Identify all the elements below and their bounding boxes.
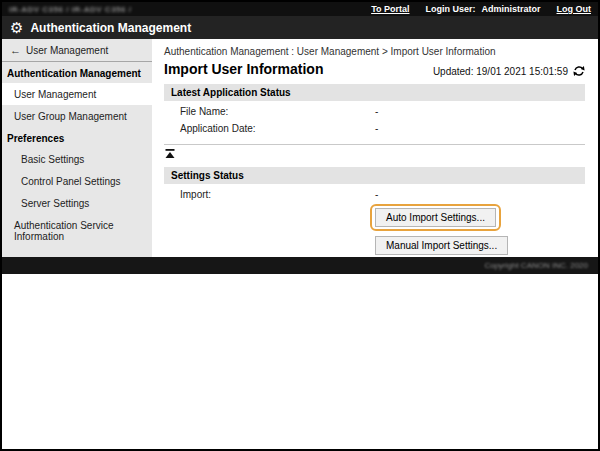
import-label: Import:	[180, 189, 375, 200]
section-divider	[164, 144, 585, 145]
sidebar-item-label: User Management	[26, 45, 108, 56]
updated-timestamp: Updated: 19/01 2021 15:01:59	[433, 66, 568, 77]
manual-import-settings-button[interactable]: Manual Import Settings...	[375, 236, 508, 255]
browser-page: iR-ADV C356 / iR-ADV C356 / To Portal Lo…	[0, 0, 600, 451]
back-arrow-icon: ←	[10, 45, 21, 56]
section-latest-application-status: Latest Application Status	[164, 84, 585, 101]
sidebar-item-control-panel-settings[interactable]: Control Panel Settings	[2, 170, 152, 192]
sidebar-item-server-settings[interactable]: Server Settings	[2, 192, 152, 214]
sidebar-section-authentication-management: Authentication Management	[2, 62, 152, 83]
sidebar-item-back-user-management[interactable]: ← User Management	[2, 39, 152, 62]
login-user: Login User: Administrator	[425, 4, 540, 14]
breadcrumb: Authentication Management : User Managem…	[164, 46, 585, 57]
sidebar: ← User Management Authentication Managem…	[2, 39, 152, 257]
footer-bar: Copyright CANON INC. 2020	[2, 257, 598, 274]
refresh-icon[interactable]	[573, 65, 585, 77]
application-date-label: Application Date:	[180, 123, 375, 134]
row-import: Import: -	[164, 184, 585, 201]
sidebar-section-preferences: Preferences	[2, 127, 152, 148]
log-out-link[interactable]: Log Out	[557, 4, 592, 14]
import-buttons: Auto Import Settings... Manual Import Se…	[375, 204, 585, 255]
row-file-name: File Name: -	[164, 101, 585, 118]
app-title: Authentication Management	[30, 21, 191, 35]
file-name-value: -	[375, 106, 585, 117]
file-name-label: File Name:	[180, 106, 375, 117]
sidebar-item-authentication-service-information[interactable]: Authentication Service Information	[2, 214, 152, 247]
top-bar: iR-ADV C356 / iR-ADV C356 / To Portal Lo…	[2, 2, 598, 16]
sidebar-item-user-management[interactable]: User Management	[2, 83, 152, 105]
main-content: Authentication Management : User Managem…	[152, 39, 598, 257]
login-user-label: Login User:	[425, 4, 475, 14]
empty-area	[2, 274, 598, 449]
gear-icon: ⚙	[10, 20, 23, 35]
sidebar-item-user-group-management[interactable]: User Group Management	[2, 105, 152, 127]
login-user-value: Administrator	[481, 4, 540, 14]
top-bar-links: To Portal Login User: Administrator Log …	[371, 4, 591, 14]
import-value: -	[375, 189, 585, 200]
to-portal-link[interactable]: To Portal	[371, 4, 409, 14]
highlight-ring: Auto Import Settings...	[370, 204, 501, 231]
updated-area: Updated: 19/01 2021 15:01:59	[433, 65, 585, 77]
page-title: Import User Information	[164, 61, 323, 77]
device-info-blurred: iR-ADV C356 / iR-ADV C356 /	[9, 5, 131, 14]
copyright-blurred: Copyright CANON INC. 2020	[484, 261, 588, 270]
section-settings-status: Settings Status	[164, 167, 585, 184]
sidebar-item-basic-settings[interactable]: Basic Settings	[2, 148, 152, 170]
app-header: ⚙ Authentication Management	[2, 16, 598, 39]
back-to-top-icon[interactable]	[165, 149, 175, 160]
row-application-date: Application Date: -	[164, 118, 585, 135]
auto-import-settings-button[interactable]: Auto Import Settings...	[375, 208, 496, 227]
application-date-value: -	[375, 123, 585, 134]
